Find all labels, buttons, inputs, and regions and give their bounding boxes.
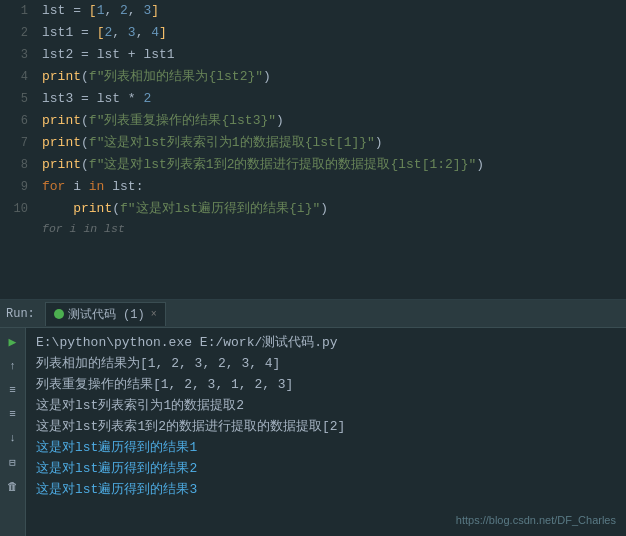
line-number: 10 xyxy=(0,198,38,220)
line-content: print(f"这是对lst列表索1到2的数据进行提取的数据提取{lst[1:2… xyxy=(38,154,626,176)
hint-content: for i in lst xyxy=(38,220,125,238)
print-button[interactable]: ⊟ xyxy=(3,452,23,472)
line-content: for i in lst: xyxy=(38,176,626,198)
code-line: 2lst1 = [2, 3, 4] xyxy=(0,22,626,44)
code-line: 10 print(f"这是对lst遍历得到的结果{i}") xyxy=(0,198,626,220)
code-editor: 1lst = [1, 2, 3]2lst1 = [2, 3, 4]3lst2 =… xyxy=(0,0,626,300)
close-tab-button[interactable]: × xyxy=(151,309,157,320)
output-line: 这是对lst列表索1到2的数据进行提取的数据提取[2] xyxy=(36,416,616,437)
code-line: 7print(f"这是对lst列表索引为1的数据提取{lst[1]}") xyxy=(0,132,626,154)
line-content: print(f"这是对lst列表索引为1的数据提取{lst[1]}") xyxy=(38,132,626,154)
down-button[interactable]: ↓ xyxy=(3,428,23,448)
line-number: 3 xyxy=(0,44,38,66)
run-tab-label: 测试代码 (1) xyxy=(68,306,145,323)
code-line: 6print(f"列表重复操作的结果{lst3}") xyxy=(0,110,626,132)
up-button[interactable]: ↑ xyxy=(3,356,23,376)
line-content: print(f"列表重复操作的结果{lst3}") xyxy=(38,110,626,132)
output-line: 这是对lst遍历得到的结果3 xyxy=(36,479,616,500)
run-panel: Run: 测试代码 (1) × ▶↑≡≡↓⊟🗑 E:\python\python… xyxy=(0,300,626,536)
tab-status-icon xyxy=(54,309,64,319)
line-number: 6 xyxy=(0,110,38,132)
menu2-button[interactable]: ≡ xyxy=(3,404,23,424)
menu1-button[interactable]: ≡ xyxy=(3,380,23,400)
line-content: lst2 = lst + lst1 xyxy=(38,44,626,66)
hint-line: for i in lst xyxy=(0,220,626,238)
line-number: 9 xyxy=(0,176,38,198)
run-body: ▶↑≡≡↓⊟🗑 E:\python\python.exe E:/work/测试代… xyxy=(0,328,626,536)
code-line: 1lst = [1, 2, 3] xyxy=(0,0,626,22)
run-header: Run: 测试代码 (1) × xyxy=(0,300,626,328)
line-content: print(f"这是对lst遍历得到的结果{i}") xyxy=(38,198,626,220)
delete-button[interactable]: 🗑 xyxy=(3,476,23,496)
output-line: 这是对lst遍历得到的结果2 xyxy=(36,458,616,479)
code-line: 9for i in lst: xyxy=(0,176,626,198)
line-content: lst = [1, 2, 3] xyxy=(38,0,626,22)
line-number: 2 xyxy=(0,22,38,44)
watermark: https://blog.csdn.net/DF_Charles xyxy=(456,514,616,526)
line-number: 1 xyxy=(0,0,38,22)
line-content: lst1 = [2, 3, 4] xyxy=(38,22,626,44)
code-line: 8print(f"这是对lst列表索1到2的数据进行提取的数据提取{lst[1:… xyxy=(0,154,626,176)
run-label: Run: xyxy=(6,307,35,321)
line-number: 4 xyxy=(0,66,38,88)
output-line: 这是对lst列表索引为1的数据提取2 xyxy=(36,395,616,416)
line-content: lst3 = lst * 2 xyxy=(38,88,626,110)
run-output: E:\python\python.exe E:/work/测试代码.py列表相加… xyxy=(26,328,626,536)
output-line: 列表重复操作的结果[1, 2, 3, 1, 2, 3] xyxy=(36,374,616,395)
output-line: 这是对lst遍历得到的结果1 xyxy=(36,437,616,458)
line-number: 7 xyxy=(0,132,38,154)
output-line: 列表相加的结果为[1, 2, 3, 2, 3, 4] xyxy=(36,353,616,374)
line-number: 5 xyxy=(0,88,38,110)
play-button[interactable]: ▶ xyxy=(3,332,23,352)
output-line: E:\python\python.exe E:/work/测试代码.py xyxy=(36,332,616,353)
code-line: 5lst3 = lst * 2 xyxy=(0,88,626,110)
code-line: 4print(f"列表相加的结果为{lst2}") xyxy=(0,66,626,88)
line-content: print(f"列表相加的结果为{lst2}") xyxy=(38,66,626,88)
run-toolbar: ▶↑≡≡↓⊟🗑 xyxy=(0,328,26,536)
code-line: 3lst2 = lst + lst1 xyxy=(0,44,626,66)
line-number: 8 xyxy=(0,154,38,176)
run-tab[interactable]: 测试代码 (1) × xyxy=(45,302,166,326)
